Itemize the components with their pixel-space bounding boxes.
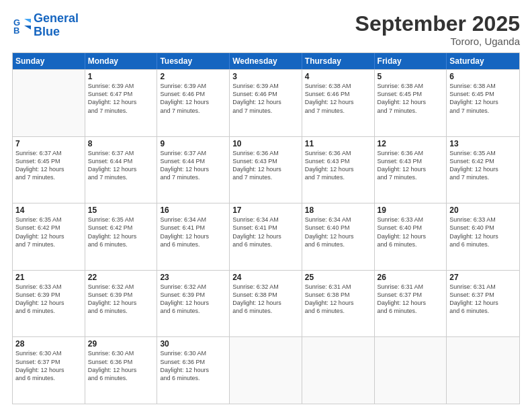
day-number: 27 — [449, 273, 517, 282]
day-number: 2 — [160, 72, 226, 81]
cal-cell-1-2: 1Sunrise: 6:39 AM Sunset: 6:47 PM Daylig… — [85, 70, 158, 136]
day-number: 28 — [15, 339, 82, 349]
cal-cell-1-1 — [13, 70, 85, 136]
cal-cell-3-6: 19Sunrise: 6:33 AM Sunset: 6:40 PM Dayli… — [375, 203, 447, 270]
day-number: 20 — [449, 205, 517, 215]
day-number: 13 — [449, 139, 517, 148]
calendar: SundayMondayTuesdayWednesdayThursdayFrid… — [12, 52, 520, 404]
day-info: Sunrise: 6:32 AM Sunset: 6:39 PM Dayligh… — [88, 283, 154, 316]
cal-cell-3-5: 18Sunrise: 6:34 AM Sunset: 6:40 PM Dayli… — [302, 203, 375, 270]
day-info: Sunrise: 6:39 AM Sunset: 6:47 PM Dayligh… — [88, 82, 154, 115]
day-number: 12 — [378, 139, 444, 148]
title-block: September 2025 Tororo, Uganda — [355, 12, 520, 47]
cal-cell-2-2: 8Sunrise: 6:37 AM Sunset: 6:44 PM Daylig… — [85, 137, 158, 203]
day-number: 24 — [232, 273, 299, 282]
logo-line2: Blue — [34, 25, 60, 38]
week-row-4: 21Sunrise: 6:33 AM Sunset: 6:39 PM Dayli… — [13, 270, 519, 337]
day-number: 9 — [160, 139, 226, 148]
day-number: 6 — [449, 72, 517, 81]
header: G B General Blue September 2025 Tororo, … — [12, 12, 520, 47]
cal-cell-1-3: 2Sunrise: 6:39 AM Sunset: 6:46 PM Daylig… — [157, 70, 230, 136]
cal-cell-4-2: 22Sunrise: 6:32 AM Sunset: 6:39 PM Dayli… — [85, 271, 158, 337]
day-info: Sunrise: 6:35 AM Sunset: 6:42 PM Dayligh… — [15, 216, 82, 248]
day-number: 4 — [305, 72, 371, 81]
svg-marker-2 — [24, 19, 31, 23]
cal-cell-5-2: 29Sunrise: 6:30 AM Sunset: 6:36 PM Dayli… — [85, 337, 158, 404]
header-day-monday: Monday — [85, 53, 158, 69]
day-info: Sunrise: 6:39 AM Sunset: 6:46 PM Dayligh… — [160, 82, 226, 115]
day-number: 16 — [160, 205, 226, 215]
cal-cell-2-3: 9Sunrise: 6:37 AM Sunset: 6:44 PM Daylig… — [157, 137, 230, 203]
day-number: 18 — [305, 205, 371, 215]
main-title: September 2025 — [355, 12, 520, 36]
day-info: Sunrise: 6:37 AM Sunset: 6:44 PM Dayligh… — [88, 149, 154, 182]
calendar-header: SundayMondayTuesdayWednesdayThursdayFrid… — [13, 53, 519, 69]
week-row-5: 28Sunrise: 6:30 AM Sunset: 6:37 PM Dayli… — [13, 336, 519, 404]
day-info: Sunrise: 6:38 AM Sunset: 6:45 PM Dayligh… — [378, 82, 444, 115]
day-info: Sunrise: 6:38 AM Sunset: 6:45 PM Dayligh… — [449, 82, 517, 115]
day-number: 5 — [378, 72, 444, 81]
cal-cell-3-4: 17Sunrise: 6:34 AM Sunset: 6:41 PM Dayli… — [230, 203, 302, 270]
cal-cell-2-6: 12Sunrise: 6:36 AM Sunset: 6:43 PM Dayli… — [375, 137, 447, 203]
cal-cell-5-7 — [447, 337, 519, 404]
day-info: Sunrise: 6:32 AM Sunset: 6:38 PM Dayligh… — [232, 283, 299, 316]
cal-cell-3-2: 15Sunrise: 6:35 AM Sunset: 6:42 PM Dayli… — [85, 203, 158, 270]
day-info: Sunrise: 6:30 AM Sunset: 6:37 PM Dayligh… — [15, 349, 82, 382]
cal-cell-2-5: 11Sunrise: 6:36 AM Sunset: 6:43 PM Dayli… — [302, 137, 375, 203]
day-info: Sunrise: 6:34 AM Sunset: 6:41 PM Dayligh… — [232, 216, 299, 248]
week-row-2: 7Sunrise: 6:37 AM Sunset: 6:45 PM Daylig… — [13, 136, 519, 203]
header-day-tuesday: Tuesday — [157, 53, 230, 69]
day-info: Sunrise: 6:33 AM Sunset: 6:39 PM Dayligh… — [15, 283, 82, 316]
svg-text:B: B — [13, 26, 19, 35]
header-day-wednesday: Wednesday — [230, 53, 302, 69]
cal-cell-1-6: 5Sunrise: 6:38 AM Sunset: 6:45 PM Daylig… — [375, 70, 447, 136]
day-number: 14 — [15, 205, 82, 215]
day-info: Sunrise: 6:39 AM Sunset: 6:46 PM Dayligh… — [232, 82, 299, 115]
day-number: 19 — [378, 205, 444, 215]
day-number: 25 — [305, 273, 371, 282]
day-info: Sunrise: 6:36 AM Sunset: 6:43 PM Dayligh… — [378, 149, 444, 182]
day-info: Sunrise: 6:38 AM Sunset: 6:46 PM Dayligh… — [305, 82, 371, 115]
week-row-1: 1Sunrise: 6:39 AM Sunset: 6:47 PM Daylig… — [13, 69, 519, 136]
day-info: Sunrise: 6:30 AM Sunset: 6:36 PM Dayligh… — [88, 349, 154, 382]
cal-cell-1-4: 3Sunrise: 6:39 AM Sunset: 6:46 PM Daylig… — [230, 70, 302, 136]
cal-cell-4-1: 21Sunrise: 6:33 AM Sunset: 6:39 PM Dayli… — [13, 271, 85, 337]
day-number: 21 — [15, 273, 82, 282]
day-info: Sunrise: 6:34 AM Sunset: 6:40 PM Dayligh… — [305, 216, 371, 248]
header-day-sunday: Sunday — [13, 53, 85, 69]
day-info: Sunrise: 6:33 AM Sunset: 6:40 PM Dayligh… — [378, 216, 444, 248]
cal-cell-5-5 — [302, 337, 375, 404]
day-number: 26 — [378, 273, 444, 282]
day-number: 8 — [88, 139, 154, 148]
day-number: 1 — [88, 72, 154, 81]
day-info: Sunrise: 6:32 AM Sunset: 6:39 PM Dayligh… — [160, 283, 226, 316]
cal-cell-4-7: 27Sunrise: 6:31 AM Sunset: 6:37 PM Dayli… — [447, 271, 519, 337]
cal-cell-5-4 — [230, 337, 302, 404]
cal-cell-5-3: 30Sunrise: 6:30 AM Sunset: 6:36 PM Dayli… — [157, 337, 230, 404]
day-info: Sunrise: 6:33 AM Sunset: 6:40 PM Dayligh… — [449, 216, 517, 248]
cal-cell-4-6: 26Sunrise: 6:31 AM Sunset: 6:37 PM Dayli… — [375, 271, 447, 337]
calendar-page: G B General Blue September 2025 Tororo, … — [0, 0, 532, 411]
day-number: 7 — [15, 139, 82, 148]
day-info: Sunrise: 6:31 AM Sunset: 6:38 PM Dayligh… — [305, 283, 371, 316]
logo-icon: G B — [12, 16, 31, 35]
calendar-body: 1Sunrise: 6:39 AM Sunset: 6:47 PM Daylig… — [13, 69, 519, 404]
day-info: Sunrise: 6:31 AM Sunset: 6:37 PM Dayligh… — [449, 283, 517, 316]
day-info: Sunrise: 6:35 AM Sunset: 6:42 PM Dayligh… — [88, 216, 154, 248]
cal-cell-5-6 — [375, 337, 447, 404]
week-row-3: 14Sunrise: 6:35 AM Sunset: 6:42 PM Dayli… — [13, 203, 519, 270]
day-number: 22 — [88, 273, 154, 282]
day-number: 17 — [232, 205, 299, 215]
day-info: Sunrise: 6:35 AM Sunset: 6:42 PM Dayligh… — [449, 149, 517, 182]
cal-cell-1-5: 4Sunrise: 6:38 AM Sunset: 6:46 PM Daylig… — [302, 70, 375, 136]
cal-cell-3-7: 20Sunrise: 6:33 AM Sunset: 6:40 PM Dayli… — [447, 203, 519, 270]
svg-marker-3 — [24, 26, 31, 30]
day-info: Sunrise: 6:34 AM Sunset: 6:41 PM Dayligh… — [160, 216, 226, 248]
logo: G B General Blue — [12, 12, 79, 39]
location: Tororo, Uganda — [355, 36, 520, 47]
cal-cell-4-5: 25Sunrise: 6:31 AM Sunset: 6:38 PM Dayli… — [302, 271, 375, 337]
day-number: 11 — [305, 139, 371, 148]
cal-cell-2-4: 10Sunrise: 6:36 AM Sunset: 6:43 PM Dayli… — [230, 137, 302, 203]
day-number: 29 — [88, 339, 154, 349]
cal-cell-3-3: 16Sunrise: 6:34 AM Sunset: 6:41 PM Dayli… — [157, 203, 230, 270]
